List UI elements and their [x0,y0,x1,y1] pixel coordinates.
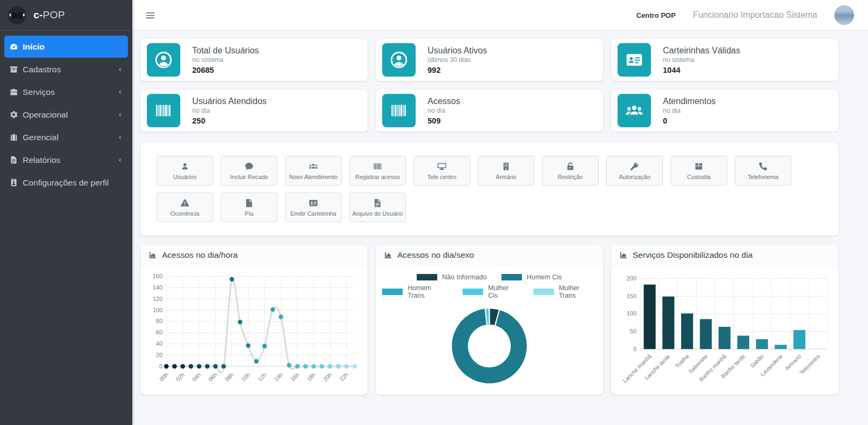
svg-text:20: 20 [156,352,162,358]
chart-header: Serviços Disponibilizados no dia [611,244,838,266]
quick-actions: Usuários Incluir Recado Novo Atendimento… [157,156,822,222]
svg-text:200: 200 [627,275,636,282]
legend-item[interactable]: Homem Cis [501,273,562,281]
chart-header: Acessos no dia/sexo [376,244,603,266]
file-lines-icon [9,155,23,164]
chevron-left-icon [117,134,123,141]
barcode-icon [382,94,416,127]
menu-toggle-icon[interactable] [145,10,156,21]
sidebar-item[interactable]: Início [4,36,128,58]
action-button[interactable]: Restrição [542,156,599,186]
action-button-label: Ocorrência [171,210,200,217]
sidebar-item[interactable]: Relatórios [4,149,128,171]
stat-title: Usuários Atendidos [192,97,267,106]
user-menu-link[interactable]: Funcionario Importacao Sistema [693,10,817,20]
stat-card: Usuários Atendidos no dia 250 [140,90,368,132]
action-button[interactable]: Registrar acesso [349,156,406,186]
sidebar-item[interactable]: Operacional [4,104,128,126]
svg-text:50: 50 [630,328,636,334]
legend-row: Não InformadoHomem Cis [417,273,562,281]
chevron-left-icon [117,157,123,163]
stat-value: 250 [192,116,267,125]
sidebar-item-label: Relatórios [23,155,60,165]
quick-actions-panel: Usuários Incluir Recado Novo Atendimento… [140,142,838,236]
gauge-icon [9,42,23,51]
legend-label: Homem Trans [408,284,448,299]
sidebar-item-label: Configurações de perfil [23,178,109,188]
phone-icon [758,161,768,172]
svg-text:60: 60 [156,329,162,335]
donut-chart-canvas [382,300,596,390]
action-button-label: Restrição [558,174,582,180]
action-button[interactable]: Usuários [157,156,213,186]
user-circle-icon [382,43,416,77]
action-button-label: Registrar acesso [355,174,400,180]
sidebar-item-label: Serviços [23,87,55,97]
brand-title-rest: POP [43,9,65,20]
legend-swatch [501,274,522,280]
action-button[interactable]: Arquivo do Usuário [349,193,406,222]
stat-title: Atendimentos [663,97,716,106]
building-icon [501,161,511,172]
action-button[interactable]: Pia [221,193,277,222]
stat-value: 1044 [663,66,740,74]
action-button[interactable]: Ocorrência [157,193,213,222]
avatar[interactable] [835,5,854,25]
stat-value: 509 [428,116,460,125]
chart-body: 02040608010012014016000h02h04h06h08h10h1… [140,266,368,395]
suitcase-icon [9,133,23,142]
charts-row: Acessos no dia/hora 02040608010012014016… [140,244,838,395]
sidebar-item-label: Cadastros [23,65,61,74]
action-button[interactable]: Novo Atendimento [285,156,342,186]
svg-text:18h: 18h [306,371,317,382]
action-button-label: Pia [245,210,254,217]
chart-title: Acessos no dia/hora [162,250,238,260]
content: Total de Usuários no sistema 20685 Usuár… [132,31,868,425]
legend-label: Homem Cis [527,273,562,281]
action-button[interactable]: Telefonema [735,156,791,186]
action-button[interactable]: Incluir Recado [221,156,277,186]
action-button-label: Armário [496,174,517,180]
svg-text:Armario: Armario [784,353,803,372]
svg-text:22h: 22h [338,371,349,382]
chart-title: Serviços Disponibilizados no dia [633,250,752,260]
action-button[interactable]: Autorização [606,156,663,186]
stat-text: Atendimentos no dia 0 [663,97,716,125]
legend-item[interactable]: Mulher Trans [533,284,596,299]
sidebar-item[interactable]: Cadastros [4,58,128,80]
stat-text: Usuários Ativos últimos 30 dias 992 [428,46,487,74]
sidebar-item[interactable]: Serviços [4,81,128,103]
sidebar-item[interactable]: Gerencial [4,126,128,148]
action-button[interactable]: Tele centro [413,156,470,186]
legend-item[interactable]: Homem Trans [382,284,448,299]
chart-card-acessos-hora: Acessos no dia/hora 02040608010012014016… [140,244,368,395]
stat-card: Usuários Ativos últimos 30 dias 992 [376,39,603,81]
action-button[interactable]: Custodia [670,156,727,186]
legend-item[interactable]: Não Informado [417,273,487,281]
stat-title: Carteirinhas Válidas [663,46,740,56]
action-button[interactable]: Armário [478,156,534,186]
line-chart-canvas: 02040608010012014016000h02h04h06h08h10h1… [147,270,361,390]
stat-text: Total de Usuários no sistema 20685 [192,46,259,74]
stat-title: Acessos [428,97,460,106]
svg-text:140: 140 [153,284,162,291]
svg-text:12h: 12h [256,371,268,382]
sidebar-item-label: Início [23,42,44,52]
stat-text: Usuários Atendidos no dia 250 [192,97,267,125]
legend-item[interactable]: Mulher Cis [463,284,519,299]
svg-text:40: 40 [156,340,162,347]
brand[interactable]: c-POP [0,0,132,31]
brand-title: c-POP [33,9,65,21]
brand-title-bold: c- [33,9,43,20]
sidebar: c-POP Início Cadastros Serviços Op [0,0,132,425]
svg-text:120: 120 [153,296,162,302]
action-button[interactable]: Emitir Carteirinha [285,193,342,222]
sidebar-item[interactable]: Configurações de perfil [4,172,128,194]
stat-title: Usuários Ativos [428,46,487,56]
legend-swatch [463,289,483,295]
stat-card: Carteirinhas Válidas no sistema 1044 [611,39,838,81]
centro-pop-link[interactable]: Centro POP [636,11,676,19]
chart-bar-icon [619,251,628,259]
legend-row: Homem TransMulher CisMulher Trans [382,284,596,299]
action-button-label: Emitir Carteirinha [290,210,336,217]
